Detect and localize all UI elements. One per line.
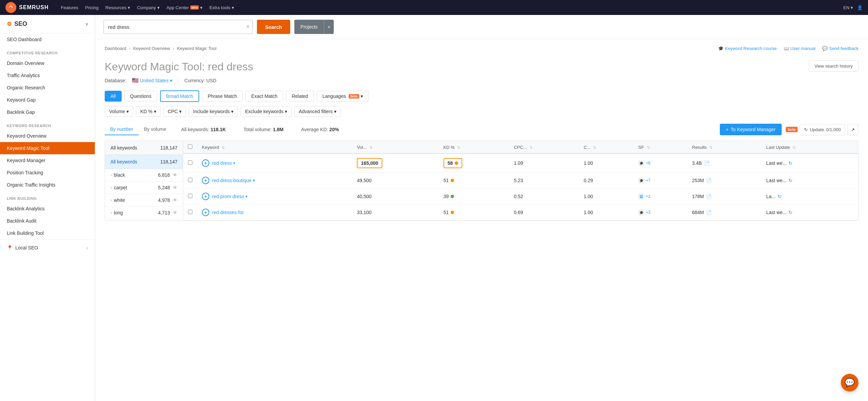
th-keyword[interactable]: Keyword ⇅ — [197, 141, 352, 154]
nav-company[interactable]: Company ▾ — [137, 5, 160, 10]
sidebar-item-keyword-manager[interactable]: Keyword Manager — [0, 154, 95, 167]
update-button[interactable]: ↻ Update 0/1,000 — [800, 124, 845, 135]
refresh-icon[interactable]: ↻ — [788, 160, 793, 166]
keyword-group-black[interactable]: › black 6,816 👁 — [105, 169, 183, 181]
user-icon[interactable]: 👤 — [857, 5, 863, 10]
view-search-history-button[interactable]: View search history — [809, 60, 858, 72]
keyword-group-long[interactable]: › long 4,713 👁 — [105, 207, 183, 219]
stat-all-keywords: All keywords: 118.1K — [181, 127, 226, 132]
keyword-link[interactable]: red dress ▾ — [212, 160, 235, 166]
th-com[interactable]: C... ⇅ — [579, 141, 634, 154]
sidebar-item-traffic-analytics[interactable]: Traffic Analytics — [0, 69, 95, 82]
filter-volume[interactable]: Volume ▾ — [105, 106, 133, 117]
filter-advanced[interactable]: Advanced filters ▾ — [294, 106, 341, 117]
nav-pricing[interactable]: Pricing — [85, 5, 99, 10]
add-keyword-button[interactable]: + — [202, 159, 209, 167]
keyword-group-carpet[interactable]: › carpet 5,248 👁 — [105, 181, 183, 194]
results-doc-icon: 📄 — [704, 160, 710, 166]
keyword-dropdown-icon[interactable]: ▾ — [253, 178, 255, 183]
filter-exclude-keywords[interactable]: Exclude keywords ▾ — [241, 106, 292, 117]
eye-icon[interactable]: 👁 — [173, 197, 177, 203]
keyword-link[interactable]: red prom dress ▾ — [212, 194, 247, 199]
add-keyword-button[interactable]: + — [202, 209, 209, 216]
refresh-icon[interactable]: ↻ — [788, 210, 793, 215]
sidebar-footer-local-seo[interactable]: 📍 Local SEO › — [0, 239, 95, 256]
keyword-link[interactable]: red dresses for — [212, 210, 244, 215]
database-selector[interactable]: 🇺🇸 United States ▾ — [132, 77, 172, 84]
tab-broad-match[interactable]: Broad Match — [160, 90, 199, 102]
projects-button[interactable]: Projects — [294, 20, 324, 34]
keyword-dropdown-icon[interactable]: ▾ — [245, 194, 247, 199]
row-checkbox[interactable] — [188, 178, 192, 182]
add-keyword-button[interactable]: + — [202, 177, 209, 184]
filter-kd[interactable]: KD % ▾ — [136, 106, 161, 117]
sidebar-item-keyword-gap[interactable]: Keyword Gap — [0, 94, 95, 106]
left-panel-header-count: 118,147 — [160, 145, 177, 151]
sidebar-item-backlink-audit[interactable]: Backlink Audit — [0, 215, 95, 227]
th-cpc[interactable]: CPC... ⇅ — [509, 141, 579, 154]
kd-chevron-icon: ▾ — [154, 109, 156, 114]
all-keywords-row[interactable]: All keywords 118,147 — [105, 155, 183, 169]
projects-plus-button[interactable]: + — [324, 20, 334, 34]
tab-phrase-match[interactable]: Phrase Match — [202, 91, 243, 102]
sidebar-item-seo-dashboard[interactable]: SEO Dashboard — [0, 33, 95, 46]
row-checkbox[interactable] — [188, 210, 192, 214]
sidebar-item-domain-overview[interactable]: Domain Overview — [0, 57, 95, 69]
to-keyword-manager-button[interactable]: + To Keyword Manager — [720, 124, 782, 135]
eye-icon[interactable]: 👁 — [173, 210, 177, 215]
chat-support-button[interactable]: 💬 — [841, 374, 858, 391]
nav-resources[interactable]: Resources ▾ — [105, 5, 130, 10]
sidebar-item-backlink-analytics[interactable]: Backlink Analytics — [0, 203, 95, 215]
row-checkbox[interactable] — [188, 160, 192, 165]
language-selector[interactable]: EN ▾ — [843, 5, 853, 10]
sort-by-volume[interactable]: By volume — [139, 124, 172, 135]
tab-related[interactable]: Related — [286, 91, 314, 102]
volume-chevron-icon: ▾ — [126, 109, 129, 114]
nav-extratools[interactable]: Extra tools ▾ — [209, 5, 234, 10]
filter-cpc[interactable]: CPC ▾ — [163, 106, 186, 117]
search-button[interactable]: Search — [257, 20, 290, 34]
cpc-cell: 0.52 — [509, 189, 579, 205]
keyword-group-white[interactable]: › white 4,978 👁 — [105, 194, 183, 207]
eye-icon[interactable]: 👁 — [173, 185, 177, 190]
search-clear-icon[interactable]: × — [246, 24, 249, 30]
row-checkbox[interactable] — [188, 194, 192, 198]
sidebar-item-keyword-overview[interactable]: Keyword Overview — [0, 130, 95, 142]
th-sf[interactable]: SF ⇅ — [633, 141, 687, 154]
sidebar-item-organic-traffic-insights[interactable]: Organic Traffic Insights — [0, 179, 95, 191]
tab-exact-match[interactable]: Exact Match — [245, 91, 283, 102]
th-volume[interactable]: Vol... ⇅ — [352, 141, 438, 154]
refresh-icon[interactable]: ↻ — [778, 194, 782, 199]
breadcrumb-keyword-overview[interactable]: Keyword Overview — [133, 46, 170, 51]
sidebar-item-backlink-gap[interactable]: Backlink Gap — [0, 106, 95, 118]
sidebar-item-keyword-magic-tool[interactable]: Keyword Magic Tool — [0, 142, 95, 154]
search-input[interactable] — [103, 20, 253, 34]
tab-questions[interactable]: Questions — [124, 91, 157, 102]
tab-languages[interactable]: Languages beta ▾ — [317, 91, 369, 102]
th-kd[interactable]: KD % ⇅ — [439, 141, 509, 154]
sidebar-item-position-tracking[interactable]: Position Tracking — [0, 167, 95, 179]
breadcrumb-dashboard[interactable]: Dashboard — [105, 46, 126, 51]
keyword-research-course-link[interactable]: 🎓 Keyword Research course — [718, 46, 777, 51]
tab-all[interactable]: All — [105, 91, 122, 102]
th-results[interactable]: Results ⇅ — [687, 141, 761, 154]
keyword-dropdown-icon[interactable]: ▾ — [233, 161, 235, 165]
export-button[interactable]: ↗ — [847, 124, 858, 135]
nav-features[interactable]: Features — [61, 5, 78, 10]
select-all-checkbox[interactable] — [188, 144, 192, 149]
nav-appcenter[interactable]: App Center new ▾ — [167, 5, 203, 10]
send-feedback-link[interactable]: 💬 Send feedback — [822, 46, 858, 51]
results-cell: 684M 📄 — [687, 205, 761, 221]
sidebar-item-organic-research[interactable]: Organic Research — [0, 82, 95, 94]
filter-include-keywords[interactable]: Include keywords ▾ — [189, 106, 238, 117]
eye-icon[interactable]: 👁 — [173, 172, 177, 178]
sidebar-item-link-building-tool[interactable]: Link Building Tool — [0, 227, 95, 239]
refresh-icon[interactable]: ↻ — [788, 178, 793, 183]
sidebar-chevron-icon[interactable]: ▾ — [86, 21, 88, 27]
logo[interactable]: SEMRUSH — [5, 2, 49, 13]
keyword-link[interactable]: red dress boutique ▾ — [212, 178, 255, 183]
th-last-update[interactable]: Last Update ⇅ — [761, 141, 858, 154]
user-manual-link[interactable]: 📖 User manual — [784, 46, 816, 51]
add-keyword-button[interactable]: + — [202, 193, 209, 200]
sort-by-number[interactable]: By number — [105, 124, 139, 135]
